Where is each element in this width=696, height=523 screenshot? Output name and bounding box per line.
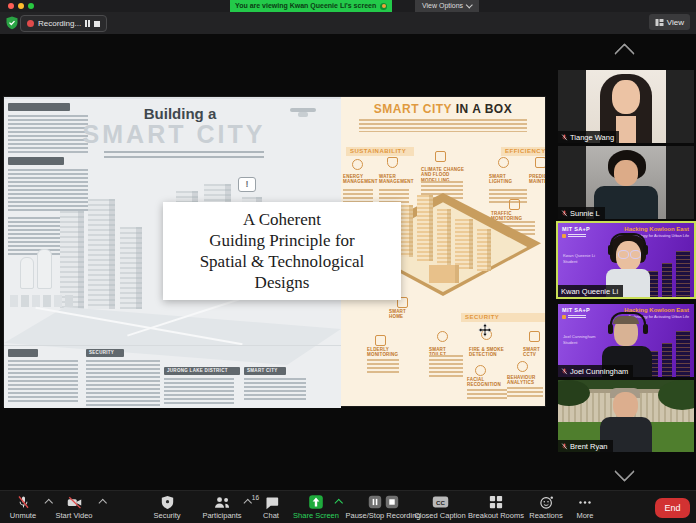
label-energy: ENERGY MANAGEMENT — [343, 174, 375, 185]
info-section-chip — [8, 157, 64, 165]
tan-building — [455, 219, 473, 269]
scroll-down-chevron-icon[interactable] — [614, 461, 635, 482]
slide-subtitle-placeholder — [104, 151, 264, 161]
facial-icon — [475, 365, 486, 376]
overlay-line: Guiding Principle for — [209, 230, 354, 251]
slide-overlay-text: A Coherent Guiding Principle for Spatial… — [163, 202, 401, 300]
gallery-view-icon — [655, 18, 664, 27]
section-sustainability: SUSTAINABILITY — [346, 147, 414, 156]
tan-building — [437, 209, 451, 265]
behaviour-icon — [517, 361, 528, 372]
participant-name: Tiange Wang — [570, 133, 614, 142]
headphone-cup — [643, 324, 648, 334]
bg-building — [662, 343, 672, 377]
slide-title: SMART CITY — [24, 120, 324, 149]
breakout-rooms-button[interactable]: Breakout Rooms — [466, 494, 526, 520]
share-screen-button[interactable]: Share Screen — [290, 494, 342, 520]
energy-icon — [352, 159, 363, 170]
participant-tile-sunnie-l[interactable]: Sunnie L — [558, 146, 694, 219]
placeholder-text — [429, 355, 463, 377]
start-video-button[interactable]: Start Video — [50, 494, 98, 520]
meeting-info-bar: Recording... View — [0, 12, 696, 34]
mic-muted-icon — [16, 495, 31, 510]
stop-recording-button[interactable] — [94, 21, 100, 27]
os-title-bar: You are viewing Kwan Queenie Li's screen… — [0, 0, 696, 12]
participant-name: Sunnie L — [570, 209, 600, 218]
bg-building — [662, 263, 672, 297]
city-ground-plane — [4, 307, 341, 365]
placeholder-text — [8, 360, 78, 402]
view-button-label: View — [667, 18, 684, 27]
headphone-cup — [608, 245, 613, 255]
info-section-chip-jurong: JURONG LAKE DISTRICT — [164, 367, 240, 375]
pause-stop-recording-button[interactable]: Pause/Stop Recording — [344, 494, 422, 520]
closed-caption-label: Closed Caption — [412, 511, 468, 520]
participant-tile-joel-cunningham[interactable]: MIT SA+P Hacking Kowloon East Technology… — [558, 304, 694, 377]
end-meeting-button[interactable]: End — [655, 498, 690, 518]
face — [612, 80, 640, 114]
label-cctv: SMART CCTV — [523, 347, 545, 358]
predictive-icon — [535, 157, 545, 168]
view-options-button[interactable]: View Options — [415, 0, 479, 12]
label-lighting: SMART LIGHTING — [489, 174, 529, 185]
placeholder-text — [367, 359, 399, 375]
participant-tile-tiange-wang[interactable]: Tiange Wang — [558, 70, 694, 143]
view-layout-button[interactable]: View — [649, 14, 690, 30]
tan-building — [477, 229, 491, 271]
encryption-shield-icon[interactable] — [6, 16, 18, 30]
traffic-icon — [509, 199, 520, 210]
label-water: WATER MANAGEMENT — [379, 174, 413, 185]
chat-button[interactable]: Chat — [254, 494, 288, 520]
muted-mic-icon — [561, 368, 568, 375]
mit-sap-logo: MIT SA+P — [562, 307, 590, 313]
zoom-meeting-window: You are viewing Kwan Queenie Li's screen… — [0, 0, 696, 523]
section-efficiency: EFFICIENCY — [501, 147, 545, 156]
right-title-accent: SMART CITY — [374, 102, 452, 116]
viewing-screen-banner: You are viewing Kwan Queenie Li's screen — [230, 0, 392, 12]
tan-building — [429, 265, 459, 283]
label-elderly: ELDERLY MONITORING — [367, 347, 401, 358]
partner-logo — [562, 234, 586, 238]
headphones-icon — [610, 233, 646, 249]
right-intro-placeholder — [359, 119, 527, 132]
building-tower — [88, 199, 115, 309]
participant-name: Joel Cunningham — [570, 367, 628, 376]
close-window-icon[interactable] — [8, 3, 14, 9]
reactions-button[interactable]: Reactions — [524, 494, 568, 520]
cctv-icon — [529, 331, 540, 342]
participants-button[interactable]: 16 Participants — [194, 494, 250, 520]
unmute-label: Unmute — [2, 511, 44, 520]
scroll-up-chevron-icon[interactable] — [614, 43, 635, 64]
right-slide-title: SMART CITY IN A BOX — [341, 102, 545, 116]
stop-recording-icon — [385, 495, 399, 509]
more-button[interactable]: More — [568, 494, 602, 520]
placeholder-text — [86, 360, 160, 406]
placeholder-text — [8, 169, 88, 213]
security-button[interactable]: Security — [142, 494, 192, 520]
minimize-window-icon[interactable] — [18, 3, 24, 9]
building-small-row — [10, 295, 73, 307]
divider — [4, 345, 341, 346]
participant-name-label: Tiange Wang — [558, 131, 619, 143]
placeholder-text — [489, 189, 527, 205]
maximize-window-icon[interactable] — [28, 3, 34, 9]
reactions-label: Reactions — [524, 511, 568, 520]
glasses-icon — [630, 250, 641, 259]
label-fire: FIRE & SMOKE DETECTION — [469, 347, 511, 358]
shared-screen-stage: Building a SMART CITY — [0, 34, 696, 490]
video-options-chevron-icon[interactable] — [99, 499, 107, 507]
lower-third-role: Student — [563, 340, 596, 346]
placeholder-text — [467, 389, 507, 401]
participant-tile-kwan-queenie-li-active[interactable]: MIT SA+P Hacking Kowloon East Technology… — [556, 221, 696, 299]
building-cylinder — [37, 249, 52, 289]
participant-name: Kwan Queenie Li — [561, 287, 618, 296]
placeholder-text — [244, 378, 306, 402]
participant-tile-brent-ryan[interactable]: Brent Ryan — [558, 380, 694, 452]
share-screen-label: Share Screen — [290, 511, 342, 520]
annotation-badge-icon — [380, 3, 387, 10]
closed-caption-button[interactable]: CC Closed Caption — [412, 494, 468, 520]
breakout-rooms-icon — [489, 495, 503, 509]
pause-recording-button[interactable] — [85, 20, 90, 27]
unmute-button[interactable]: Unmute — [2, 494, 44, 520]
bg-building — [676, 251, 690, 297]
